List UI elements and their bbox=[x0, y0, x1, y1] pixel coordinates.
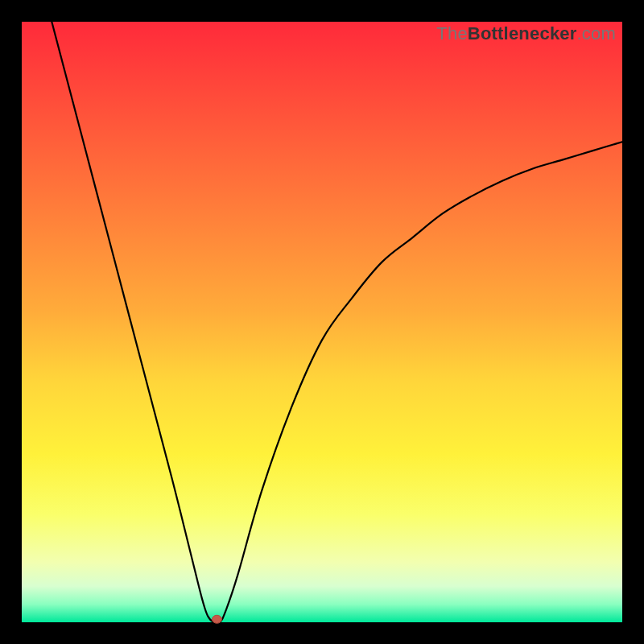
bottleneck-curve-line bbox=[52, 22, 622, 624]
chart-frame: TheBottlenecker.com bbox=[0, 0, 644, 644]
plot-area: TheBottlenecker.com bbox=[22, 22, 622, 622]
minimum-point-marker bbox=[212, 615, 221, 623]
chart-svg bbox=[22, 22, 622, 622]
